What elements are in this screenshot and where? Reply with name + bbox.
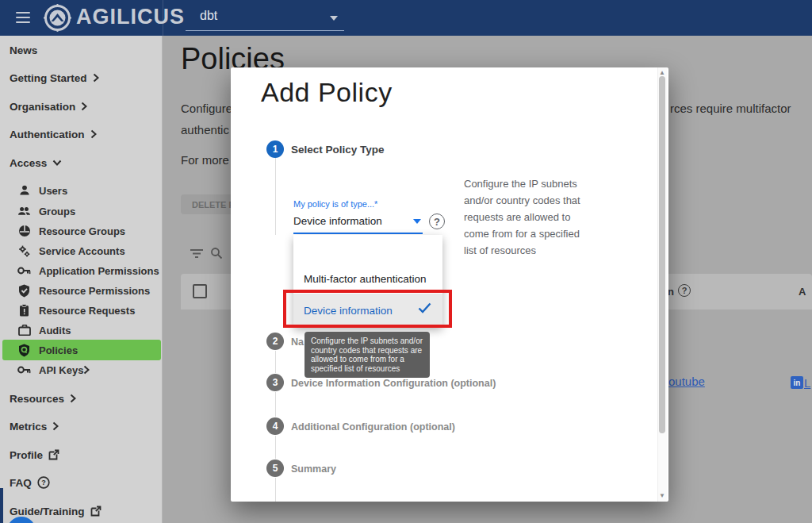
gears-icon [17, 244, 31, 258]
tooltip: Configure the IP subnets and/or country … [304, 332, 430, 378]
step-5-label[interactable]: Summary [291, 463, 336, 475]
menu-icon[interactable] [16, 12, 32, 24]
chevron-right-icon [83, 365, 90, 375]
sidebar-item-access[interactable]: Access [0, 152, 163, 173]
key-icon [17, 363, 31, 377]
step-2-badge: 2 [266, 333, 284, 350]
dialog-title: Add Policy [261, 77, 393, 108]
org-selector-value: dbt [200, 9, 217, 23]
policy-type-label: My policy is of type...* [293, 199, 377, 209]
app-window: AGILICUS dbt News Getting Started Organi… [0, 0, 812, 523]
org-selector[interactable]: dbt [186, 6, 344, 33]
step-4-label[interactable]: Additional Configuration (optional) [291, 421, 455, 433]
topbar-divider [163, 0, 163, 36]
sidebar-item-service-accounts[interactable]: Service Accounts [0, 240, 163, 261]
stepper-connector [275, 351, 276, 373]
top-bar: AGILICUS dbt [0, 0, 812, 36]
chevron-right-icon [81, 102, 87, 111]
key-icon [17, 264, 31, 278]
chevron-down-icon [413, 219, 421, 224]
scroll-down-icon[interactable]: ▼ [658, 492, 666, 500]
chevron-right-icon [52, 421, 59, 431]
intro-text-fragment: rces require multifactor [670, 102, 791, 115]
column-help-icon[interactable]: ? [678, 284, 691, 297]
intro-text-fragment: authentic [181, 123, 229, 137]
linkedin-icon: in [791, 376, 803, 389]
sidebar-item-organisation[interactable]: Organisation [0, 96, 163, 117]
dialog-scrollbar-thumb[interactable] [659, 76, 665, 433]
step-1-label[interactable]: Select Policy Type [291, 144, 385, 156]
dock-strip [0, 488, 3, 523]
column-header-fragment: A [799, 286, 806, 298]
intro-text-fragment: Configure [181, 102, 232, 115]
field-underline [293, 233, 423, 234]
svg-text:?: ? [41, 479, 46, 486]
stepper-connector [275, 392, 276, 417]
stepper-connector [275, 478, 276, 502]
more-info-text-fragment: For more [181, 153, 229, 167]
sidebar-item-metrics[interactable]: Metrics [0, 416, 163, 436]
chevron-right-icon [90, 129, 97, 139]
external-link-icon [90, 506, 102, 517]
chevron-right-icon [70, 394, 76, 403]
agilicus-logo-icon [43, 3, 72, 33]
sidebar-item-resource-groups[interactable]: Resource Groups [0, 221, 163, 241]
youtube-link[interactable]: outube [668, 375, 705, 388]
org-selector-underline [186, 30, 344, 31]
sidebar-item-faq[interactable]: FAQ ? [0, 472, 163, 493]
chevron-down-icon [330, 16, 338, 21]
briefcase-icon [17, 324, 31, 337]
policy-shield-icon [17, 344, 31, 357]
annotation-highlight-box [283, 290, 452, 328]
sidebar-item-users[interactable]: Users [0, 180, 163, 201]
column-header-fragment: n [668, 286, 674, 298]
sidebar-item-policies[interactable]: Policies [2, 340, 161, 360]
sidebar-item-resource-requests[interactable]: Resource Requests [0, 300, 163, 321]
policy-type-description: Configure the IP subnets and/or country … [464, 175, 591, 259]
sidebar-item-resources[interactable]: Resources [0, 388, 163, 409]
field-help-icon[interactable]: ? [429, 213, 445, 229]
clipboard-alert-icon [17, 304, 31, 317]
sidebar-item-api-keys[interactable]: API Keys [0, 360, 163, 380]
step-3-label[interactable]: Device Information Configuration (option… [291, 378, 496, 389]
group-icon [17, 205, 31, 218]
stepper-connector [275, 158, 276, 235]
step-5-badge: 5 [266, 460, 284, 477]
linkedin-link[interactable]: in L [791, 376, 810, 390]
sidebar-item-groups[interactable]: Groups [0, 201, 163, 221]
step-4-badge: 4 [266, 417, 284, 435]
sidebar-item-profile[interactable]: Profile [0, 444, 163, 465]
question-circle-icon: ? [37, 476, 50, 489]
add-policy-dialog: Add Policy 1 Select Policy Type My polic… [231, 67, 668, 502]
step-2-label[interactable]: Na [291, 336, 304, 348]
search-icon[interactable] [210, 247, 223, 260]
policy-type-select[interactable]: Device information [293, 213, 423, 233]
external-link-icon [48, 449, 59, 460]
sidebar-item-application-permissions[interactable]: Application Permissions [0, 260, 163, 281]
brand-name: AGILICUS [76, 5, 185, 29]
step-3-badge: 3 [266, 374, 284, 391]
chevron-right-icon [93, 73, 99, 83]
sidebar-item-authentication[interactable]: Authentication [0, 124, 163, 144]
chevron-down-icon [52, 160, 62, 166]
select-all-checkbox[interactable] [193, 284, 207, 298]
filter-icon[interactable] [190, 248, 204, 259]
sidebar-item-getting-started[interactable]: Getting Started [0, 67, 163, 88]
resource-groups-icon [17, 225, 31, 238]
sidebar-item-audits[interactable]: Audits [0, 320, 163, 340]
stepper-connector [275, 436, 276, 459]
step-1-badge: 1 [266, 140, 284, 158]
sidebar-item-news[interactable]: News [0, 40, 163, 60]
user-icon [17, 184, 31, 198]
sidebar-item-resource-permissions[interactable]: Resource Permissions [0, 280, 163, 301]
shield-check-icon [17, 284, 31, 298]
sidebar: News Getting Started Organisation Authen… [0, 36, 163, 523]
